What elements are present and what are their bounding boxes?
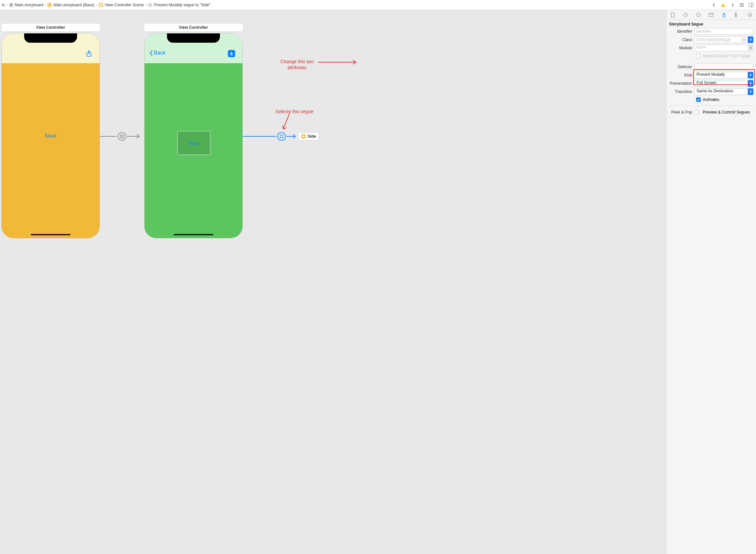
crumb-text: ls bbox=[2, 3, 5, 7]
nav-forward-button[interactable] bbox=[730, 2, 736, 8]
transition-stepper-button[interactable] bbox=[748, 88, 753, 95]
inspector-tabs: ? bbox=[667, 10, 756, 20]
row-animates: Animates bbox=[669, 96, 753, 104]
class-stepper-button[interactable] bbox=[748, 37, 753, 43]
label-kind: Kind bbox=[669, 73, 692, 77]
annotation-change-attributes: Change this two attributes bbox=[274, 59, 320, 70]
crumb-text: Main.storyboard (Base) bbox=[53, 3, 94, 7]
svg-rect-16 bbox=[121, 136, 123, 137]
back-button[interactable]: Back bbox=[149, 50, 166, 56]
inherit-label: Inherit Module From Target bbox=[703, 54, 750, 58]
crumb-segue[interactable]: Present Modally segue to "Side" bbox=[148, 3, 210, 7]
svg-point-6 bbox=[148, 3, 152, 7]
svg-rect-9 bbox=[723, 6, 723, 7]
home-indicator-icon bbox=[174, 234, 213, 235]
outline-toggle-icon[interactable] bbox=[739, 2, 745, 8]
crumb-text: Present Modally segue to "Side" bbox=[154, 3, 210, 7]
row-class: Class bbox=[669, 36, 753, 44]
annotation-line2: attributes bbox=[274, 64, 320, 70]
crumb-truncated[interactable]: ls bbox=[2, 3, 5, 7]
module-stepper-button[interactable] bbox=[748, 45, 753, 51]
chevron-right-icon: › bbox=[6, 2, 8, 7]
label-transition: Transition bbox=[669, 89, 692, 94]
kind-stepper-button[interactable] bbox=[748, 72, 753, 78]
selector-input[interactable] bbox=[694, 63, 753, 70]
identifier-input[interactable] bbox=[694, 28, 753, 35]
view-body bbox=[2, 63, 100, 238]
warning-icon[interactable] bbox=[720, 2, 726, 8]
connections-inspector-tab[interactable] bbox=[746, 12, 753, 18]
nav-back-button[interactable] bbox=[711, 2, 717, 8]
history-inspector-tab[interactable] bbox=[682, 12, 689, 18]
container-next-label: Next bbox=[189, 140, 199, 146]
svg-point-20 bbox=[303, 135, 305, 137]
assistant-layout-icon[interactable] bbox=[748, 2, 754, 8]
label-identifier: Identifier bbox=[669, 29, 692, 34]
chevron-left-icon bbox=[149, 50, 153, 56]
svg-rect-7 bbox=[149, 4, 151, 6]
row-identifier: Identifier bbox=[669, 27, 753, 36]
storyboard-canvas[interactable]: View Controller Next View Controller bbox=[0, 10, 666, 554]
scene-title-text: View Controller bbox=[36, 25, 65, 30]
side-badge-text: Side bbox=[308, 134, 316, 138]
crumb-scene[interactable]: View Controller Scene bbox=[99, 3, 144, 7]
crumb-text: View Controller Scene bbox=[105, 3, 144, 7]
presentation-stepper-button[interactable] bbox=[748, 80, 753, 87]
preview-checkbox[interactable] bbox=[694, 110, 699, 114]
segue-node-embed[interactable] bbox=[118, 132, 126, 141]
label-peek: Peek & Pop bbox=[669, 110, 692, 114]
help-inspector-tab[interactable]: ? bbox=[695, 12, 702, 18]
row-module: Module None bbox=[669, 44, 753, 52]
svg-line-22 bbox=[283, 113, 290, 129]
segue-node-present-modally[interactable] bbox=[277, 132, 286, 141]
presentation-select[interactable]: Full Screen bbox=[694, 80, 753, 87]
module-select[interactable]: None bbox=[694, 45, 753, 51]
row-inherit: Inherit Module From Target bbox=[669, 52, 753, 60]
svg-rect-3 bbox=[48, 4, 51, 6]
row-peek-pop: Peek & Pop Preview & Commit Segues bbox=[669, 108, 753, 116]
svg-rect-1 bbox=[10, 4, 13, 6]
container-view[interactable]: Next bbox=[177, 131, 210, 155]
phone-mock-2[interactable]: Back Next bbox=[144, 33, 243, 238]
transition-select[interactable]: Same As Destination bbox=[694, 88, 753, 95]
scene-title-bar[interactable]: View Controller bbox=[144, 23, 243, 32]
divider bbox=[669, 106, 753, 106]
svg-rect-26 bbox=[709, 13, 713, 16]
animates-checkbox[interactable] bbox=[696, 97, 701, 102]
inspector-form: Identifier Class Module None bbox=[667, 27, 756, 119]
row-transition: Transition Same As Destination bbox=[669, 88, 753, 96]
crumb-text: Main.storyboard bbox=[15, 3, 43, 7]
side-vc-badge[interactable]: Side bbox=[298, 132, 319, 140]
phone-mock-1[interactable]: Next bbox=[1, 33, 100, 238]
scene-icon bbox=[99, 3, 103, 7]
row-presentation: Presentation Full Screen bbox=[669, 79, 753, 88]
chevron-right-icon: › bbox=[45, 2, 46, 7]
segue-arrow-blue[interactable] bbox=[243, 132, 299, 140]
inspector-panel: ? Storyboard Segue Identifier Class M bbox=[666, 10, 756, 554]
label-class: Class bbox=[669, 38, 692, 42]
goto-class-icon[interactable] bbox=[742, 38, 746, 42]
scene-title-bar[interactable]: View Controller bbox=[1, 23, 100, 32]
preview-label: Preview & Commit Segues bbox=[703, 110, 750, 114]
download-icon[interactable] bbox=[228, 50, 235, 57]
attributes-inspector-tab[interactable] bbox=[720, 12, 727, 18]
label-presentation: Presentation bbox=[669, 81, 692, 86]
inherit-checkbox[interactable] bbox=[696, 54, 701, 58]
kind-select[interactable]: Present Modally bbox=[694, 72, 753, 78]
chevron-right-icon: › bbox=[96, 2, 97, 7]
label-selector: Selector bbox=[669, 64, 692, 69]
file-inspector-tab[interactable] bbox=[669, 12, 676, 18]
svg-rect-15 bbox=[120, 135, 124, 138]
identity-inspector-tab[interactable] bbox=[708, 12, 714, 18]
breadcrumb-bar: ls › Main.storyboard › Main.storyboard (… bbox=[0, 0, 756, 10]
breadcrumbs: ls › Main.storyboard › Main.storyboard (… bbox=[2, 2, 708, 7]
crumb-main-storyboard-base[interactable]: Main.storyboard (Base) bbox=[47, 3, 94, 7]
row-selector: Selector bbox=[669, 63, 753, 71]
annotation-line1: Change this two bbox=[274, 59, 320, 64]
next-button[interactable]: Next bbox=[45, 133, 57, 139]
size-inspector-tab[interactable] bbox=[734, 12, 740, 18]
notch-icon bbox=[24, 34, 77, 43]
crumb-main-storyboard[interactable]: Main.storyboard bbox=[9, 3, 43, 7]
share-icon[interactable] bbox=[86, 50, 92, 59]
home-indicator-icon bbox=[31, 234, 70, 235]
